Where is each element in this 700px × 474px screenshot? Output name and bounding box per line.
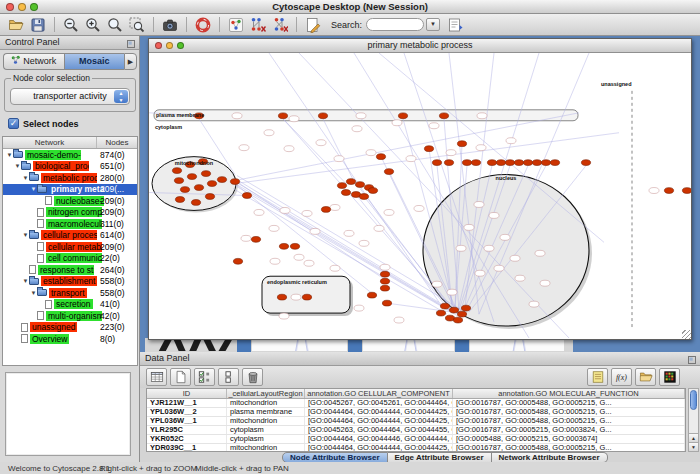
graph-node-red[interactable] bbox=[682, 188, 691, 194]
column-molecular-function[interactable]: annotation.GO MOLECULAR_FUNCTION bbox=[453, 389, 685, 398]
tab-mosaic[interactable]: Mosaic bbox=[64, 53, 125, 70]
graph-node-white[interactable] bbox=[384, 209, 394, 215]
graph-node-red[interactable] bbox=[341, 190, 350, 196]
import-attributes-button[interactable] bbox=[635, 368, 656, 386]
graph-node-red[interactable] bbox=[532, 160, 541, 166]
graph-node-white[interactable] bbox=[456, 245, 466, 251]
tree-row-5[interactable]: nitrogen compo209(0) bbox=[3, 207, 137, 219]
graph-node-white[interactable] bbox=[280, 207, 290, 213]
graph-node-red[interactable] bbox=[449, 307, 458, 313]
graph-node-white[interactable] bbox=[366, 150, 376, 156]
expand-arrow-icon[interactable]: ▼ bbox=[6, 152, 13, 158]
graph-node-white[interactable] bbox=[316, 140, 326, 146]
graph-node-white[interactable] bbox=[529, 301, 539, 307]
graph-node-white[interactable] bbox=[302, 210, 312, 216]
graph-node-white[interactable] bbox=[494, 265, 504, 271]
column-id[interactable]: ID bbox=[147, 389, 227, 398]
graph-node-white[interactable] bbox=[475, 270, 485, 276]
graph-node-red[interactable] bbox=[355, 182, 364, 188]
save-button[interactable] bbox=[28, 15, 48, 34]
tree-row-14[interactable]: multi-organism pro42(0) bbox=[3, 310, 137, 322]
graph-node-red[interactable] bbox=[380, 278, 389, 284]
graph-node-red[interactable] bbox=[318, 113, 327, 119]
zoom-out-button[interactable] bbox=[61, 15, 81, 34]
graph-node-red[interactable] bbox=[337, 183, 346, 189]
graph-node-red[interactable] bbox=[514, 160, 523, 166]
graph-node-red[interactable] bbox=[461, 305, 470, 311]
zoom-fit-button[interactable] bbox=[105, 15, 125, 34]
graph-node-white[interactable] bbox=[394, 317, 404, 323]
graph-node-red[interactable] bbox=[424, 146, 433, 152]
graph-node-red[interactable] bbox=[194, 185, 203, 191]
graph-node-red[interactable] bbox=[367, 292, 376, 298]
column-layout-region[interactable]: _cellularLayoutRegion bbox=[227, 389, 305, 398]
network-canvas[interactable]: plasma membranemitochondrionnucleusendop… bbox=[149, 53, 691, 339]
column-cellular-component[interactable]: annotation.GO CELLULAR_COMPONENT bbox=[305, 389, 453, 398]
graph-node-white[interactable] bbox=[432, 281, 442, 287]
node-color-dropdown[interactable]: transporter activity ▲▼ bbox=[10, 88, 130, 105]
graph-node-white[interactable] bbox=[535, 250, 545, 256]
graph-node-red[interactable] bbox=[302, 294, 311, 300]
graph-node-red[interactable] bbox=[175, 197, 184, 203]
graph-node-red[interactable] bbox=[440, 303, 449, 309]
graph-node-white[interactable] bbox=[294, 254, 304, 260]
annotation-button[interactable] bbox=[303, 15, 323, 34]
graph-node-red[interactable] bbox=[523, 160, 532, 166]
graph-node-white[interactable] bbox=[447, 289, 457, 295]
graph-node-red[interactable] bbox=[207, 181, 216, 187]
graph-node-red[interactable] bbox=[346, 179, 355, 185]
graph-node-red[interactable] bbox=[290, 243, 299, 249]
graph-node-white[interactable] bbox=[354, 305, 364, 311]
graph-node-white[interactable] bbox=[334, 156, 344, 162]
graph-node-white[interactable] bbox=[269, 225, 279, 231]
graph-node-white[interactable] bbox=[474, 201, 484, 207]
tree-row-6[interactable]: macromolecule311(0) bbox=[3, 218, 137, 230]
graph-node-white[interactable] bbox=[392, 120, 402, 126]
graph-node-white[interactable] bbox=[500, 234, 510, 240]
graph-node-white[interactable] bbox=[380, 264, 390, 270]
table-row-3[interactable]: YLR295Ccytoplasm[GO:0045263, GO:0044464,… bbox=[147, 426, 685, 435]
scroll-down-icon[interactable]: ▼ bbox=[689, 442, 698, 451]
attribute-table-button[interactable] bbox=[146, 368, 167, 386]
graph-node-white[interactable] bbox=[446, 150, 456, 156]
graph-node-white[interactable] bbox=[515, 275, 525, 281]
expand-arrow-icon[interactable]: ▼ bbox=[30, 186, 37, 192]
network-window-title-bar[interactable]: primary metabolic process bbox=[149, 39, 691, 53]
graph-node-red[interactable] bbox=[541, 160, 550, 166]
unselect-attributes-button[interactable] bbox=[218, 368, 239, 386]
graph-node-white[interactable] bbox=[429, 123, 439, 129]
graph-node-red[interactable] bbox=[201, 171, 210, 177]
graph-node-white[interactable] bbox=[344, 230, 354, 236]
tree-row-15[interactable]: unassigned223(0) bbox=[3, 322, 137, 334]
graph-node-red[interactable] bbox=[664, 188, 673, 194]
expand-arrow-icon[interactable]: ▼ bbox=[22, 278, 29, 284]
graph-node-red[interactable] bbox=[359, 194, 368, 200]
tree-row-10[interactable]: response to stimulu264(0) bbox=[3, 264, 137, 276]
float-panel-icon[interactable] bbox=[688, 355, 696, 363]
graph-node-white[interactable] bbox=[264, 130, 274, 136]
float-panel-icon[interactable] bbox=[127, 39, 135, 47]
camera-button[interactable] bbox=[160, 15, 180, 34]
graph-node-red[interactable] bbox=[230, 179, 239, 185]
graph-node-white[interactable] bbox=[477, 113, 487, 119]
tree-row-16[interactable]: Overview8(0) bbox=[3, 333, 137, 345]
table-row-0[interactable]: YJR121W__1mitochondrion[GO:0045267, GO:0… bbox=[147, 399, 685, 408]
graph-node-red[interactable] bbox=[453, 317, 462, 323]
tree-row-3[interactable]: ▼primary metabo209(... bbox=[3, 184, 137, 196]
graph-node-red[interactable] bbox=[376, 154, 385, 160]
graph-node-white[interactable] bbox=[310, 228, 320, 234]
network-overview-button[interactable] bbox=[226, 15, 246, 34]
graph-node-white[interactable] bbox=[476, 145, 486, 151]
tree-row-9[interactable]: cell communicat22(0) bbox=[3, 253, 137, 265]
graph-node-red[interactable] bbox=[432, 160, 441, 166]
scroll-up-icon[interactable]: ▲ bbox=[689, 433, 698, 442]
select-nodes-checkbox[interactable]: ✓ bbox=[8, 118, 19, 129]
graph-node-red[interactable] bbox=[439, 113, 448, 119]
graph-node-red[interactable] bbox=[550, 160, 559, 166]
table-row-4[interactable]: YKR052Ccytoplasm[GO:0044464, GO:0044446,… bbox=[147, 435, 685, 444]
graph-node-red[interactable] bbox=[457, 141, 466, 147]
graph-node-white[interactable] bbox=[330, 204, 340, 210]
open-button[interactable] bbox=[6, 15, 26, 34]
graph-node-white[interactable] bbox=[510, 255, 520, 261]
graph-node-white[interactable] bbox=[279, 313, 289, 319]
